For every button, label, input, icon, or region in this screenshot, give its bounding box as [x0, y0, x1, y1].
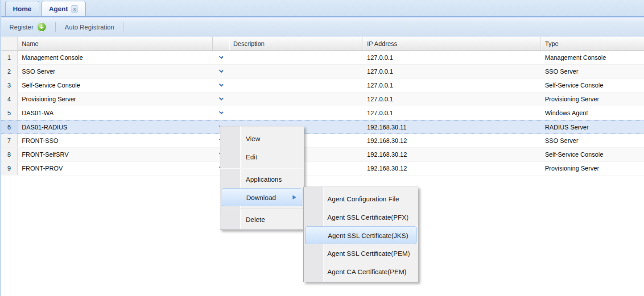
toolbar: Register + Auto Registration [1, 17, 644, 37]
row-menu-trigger[interactable] [213, 51, 229, 64]
row-ip-cell: 127.0.0.1 [363, 79, 541, 92]
submenu-arrow-icon [293, 195, 296, 200]
submenu-item-agent-ssl-certificate-jks[interactable]: Agent SSL Certificate(JKS) [305, 226, 417, 244]
menu-item-applications[interactable]: Applications [220, 170, 304, 188]
row-context-menu: View Edit Applications Download Delete [220, 126, 304, 230]
row-type-cell: Windows Agent [541, 106, 644, 120]
row-type-cell: Management Console [541, 51, 644, 64]
row-number-cell: 2 [1, 65, 18, 78]
row-menu-trigger[interactable] [213, 79, 229, 92]
menu-item-delete[interactable]: Delete [220, 210, 304, 229]
row-menu-trigger[interactable] [213, 92, 229, 106]
row-name-cell: FRONT-SelfSRV [18, 148, 213, 161]
tab-bar: Home Agent x [1, 0, 644, 17]
header-row-number [1, 37, 18, 50]
menu-item-label: Download [246, 194, 276, 201]
chevron-down-icon [219, 68, 223, 73]
menu-item-download[interactable]: Download [222, 188, 302, 206]
tab-agent[interactable]: Agent x [41, 1, 86, 16]
row-number-cell: 4 [1, 92, 18, 106]
row-ip-cell: 127.0.0.1 [363, 51, 541, 64]
menu-item-label: Agent SSL Certificate(JKS) [328, 232, 408, 239]
row-name-cell: Self-Service Console [18, 79, 213, 92]
menu-item-label: View [246, 135, 260, 142]
submenu-item-agent-configuration-file[interactable]: Agent Configuration File [304, 190, 418, 208]
row-description-cell [229, 51, 363, 64]
submenu-item-agent-ssl-certificate-pfx[interactable]: Agent SSL Certificate(PFX) [304, 208, 418, 226]
table-row[interactable]: 8 FRONT-SelfSRV 192.168.30.12 Self-Servi… [1, 148, 644, 162]
table-row[interactable]: 2 SSO Server 127.0.0.1 SSO Server [1, 65, 644, 79]
toolbar-separator [123, 22, 124, 32]
row-description-cell [229, 92, 363, 106]
header-type[interactable]: Type [541, 37, 644, 50]
row-type-cell: Self-Service Console [541, 148, 644, 161]
register-button-label: Register [9, 24, 33, 31]
row-description-cell [229, 106, 363, 120]
row-type-cell: SSO Server [541, 65, 644, 78]
row-ip-cell: 192.168.30.12 [363, 162, 541, 175]
menu-item-edit[interactable]: Edit [220, 148, 304, 166]
submenu-item-agent-ca-certificate-pem[interactable]: Agent CA Certificate(PEM) [304, 263, 418, 281]
row-ip-cell: 192.168.30.12 [363, 134, 541, 147]
row-menu-trigger[interactable] [213, 65, 229, 78]
row-name-cell: Provisioning Server [18, 92, 213, 106]
row-name-cell: DAS01-WA [18, 106, 213, 120]
table-row[interactable]: 1 Management Console 127.0.0.1 Managemen… [1, 51, 644, 65]
row-type-cell: Provisioning Server [541, 92, 644, 106]
row-type-cell: Provisioning Server [541, 162, 644, 175]
row-number-cell: 5 [1, 106, 18, 120]
row-ip-cell: 127.0.0.1 [363, 65, 541, 78]
row-description-cell [229, 65, 363, 78]
row-number-cell: 6 [1, 121, 18, 133]
register-button[interactable]: Register + [7, 21, 49, 33]
close-icon[interactable]: x [71, 5, 78, 13]
menu-item-label: Agent SSL Certificate(PFX) [327, 213, 409, 221]
row-number-cell: 3 [1, 79, 18, 92]
row-ip-cell: 127.0.0.1 [363, 106, 541, 120]
row-ip-cell: 192.168.30.12 [363, 148, 541, 161]
header-row-menu [213, 37, 229, 50]
row-type-cell: Self-Service Console [541, 79, 644, 92]
row-type-cell: RADIUS Server [541, 121, 644, 133]
table-row[interactable]: 4 Provisioning Server 127.0.0.1 Provisio… [1, 92, 644, 106]
toolbar-separator [55, 22, 56, 32]
agent-management-window: Home Agent x Register + Auto Registratio… [0, 0, 644, 296]
tab-home[interactable]: Home [5, 1, 39, 16]
submenu-item-agent-ssl-certificate-pem[interactable]: Agent SSL Certificate(PEM) [304, 244, 418, 263]
auto-registration-button[interactable]: Auto Registration [62, 22, 117, 32]
grid-header: Name Description IP Address Type [1, 37, 644, 51]
menu-separator [220, 166, 304, 170]
chevron-down-icon [219, 82, 223, 87]
table-row[interactable]: 3 Self-Service Console 127.0.0.1 Self-Se… [1, 79, 644, 92]
table-row[interactable]: 9 FRONT-PROV 192.168.30.12 Provisioning … [1, 162, 644, 175]
table-row[interactable]: 7 FRONT-SSO 192.168.30.12 SSO Server [1, 134, 644, 148]
menu-item-view[interactable]: View [220, 129, 304, 148]
menu-item-label: Agent CA Certificate(PEM) [327, 268, 407, 275]
menu-item-label: Delete [246, 216, 265, 223]
menu-item-label: Agent Configuration File [327, 195, 399, 203]
row-type-cell: SSO Server [541, 134, 644, 147]
row-menu-trigger[interactable] [213, 106, 229, 120]
row-number-cell: 7 [1, 134, 18, 147]
auto-registration-label: Auto Registration [65, 24, 114, 31]
menu-item-label: Applications [246, 175, 282, 183]
chevron-down-icon [219, 96, 223, 100]
row-name-cell: SSO Server [18, 65, 213, 78]
download-submenu: Agent Configuration File Agent SSL Certi… [303, 187, 418, 282]
row-ip-cell: 192.168.30.11 [363, 121, 541, 133]
menu-item-label: Edit [246, 153, 257, 161]
header-description[interactable]: Description [229, 37, 363, 50]
tab-agent-label: Agent [49, 5, 68, 13]
row-name-cell: FRONT-PROV [18, 162, 213, 175]
tab-home-label: Home [13, 5, 32, 13]
header-name[interactable]: Name [18, 37, 213, 50]
row-name-cell: Management Console [18, 51, 213, 64]
table-row[interactable]: 6 DAS01-RADIUS 192.168.30.11 RADIUS Serv… [1, 120, 644, 134]
grid-body: 1 Management Console 127.0.0.1 Managemen… [1, 51, 644, 175]
menu-item-label: Agent SSL Certificate(PEM) [327, 250, 410, 257]
table-row[interactable]: 5 DAS01-WA 127.0.0.1 Windows Agent [1, 106, 644, 120]
row-number-cell: 9 [1, 162, 18, 175]
chevron-down-icon [219, 110, 223, 114]
row-number-cell: 8 [1, 148, 18, 161]
header-ip-address[interactable]: IP Address [363, 37, 541, 50]
